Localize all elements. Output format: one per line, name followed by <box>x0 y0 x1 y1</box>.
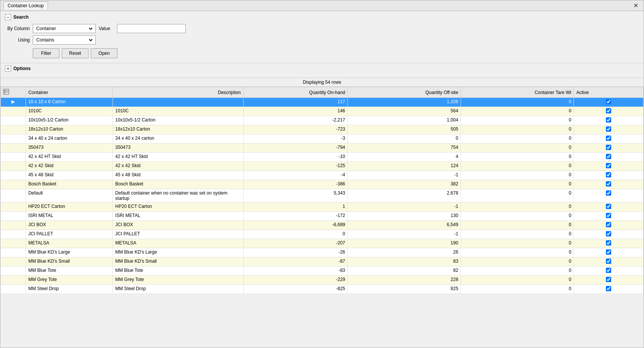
cell-description: MM Steel Drop <box>113 285 243 294</box>
header-qty-offsite[interactable]: Quantity Off-site <box>348 87 461 98</box>
options-section: + Options <box>0 63 644 78</box>
active-checkbox[interactable] <box>606 213 611 218</box>
table-row[interactable]: MM Grey ToteMM Grey Tote-2292280 <box>1 276 644 285</box>
active-checkbox[interactable] <box>606 240 611 246</box>
table-row[interactable]: JCI PALLETJCI PALLET0-10 <box>1 230 644 239</box>
cell-description: MM Grey Tote <box>113 276 243 285</box>
table-row[interactable]: 350473350473-7947540 <box>1 144 644 153</box>
cell-qty-offsite: 82 <box>348 267 461 276</box>
cell-active <box>574 267 644 276</box>
cell-qty-onhand: 117 <box>243 98 348 107</box>
row-indicator <box>1 267 26 276</box>
header-qty-onhand[interactable]: Quantity On-hand <box>243 87 348 98</box>
cell-active <box>574 285 644 294</box>
cell-qty-offsite: 130 <box>348 212 461 221</box>
cell-active <box>574 144 644 153</box>
open-button[interactable]: Open <box>91 48 117 58</box>
using-select[interactable]: Contains Starts With Equals <box>35 37 94 43</box>
cell-active <box>574 125 644 134</box>
table-row[interactable]: 45 x 48 Skid45 x 48 Skid-4-10 <box>1 171 644 180</box>
table-row[interactable]: ▶10 x 10 x 6 Carton1171,3360 <box>1 98 644 107</box>
cell-qty-onhand: -386 <box>243 180 348 189</box>
cell-tare-wt: 0 <box>461 153 574 162</box>
active-checkbox[interactable] <box>606 154 611 159</box>
cell-active <box>574 107 644 116</box>
table-row[interactable]: 42 x 42 Skid42 x 42 Skid-1251240 <box>1 162 644 171</box>
cell-container: 10x10x5-1/2 Carton <box>26 116 113 125</box>
row-indicator <box>1 248 26 257</box>
cell-container: METALSA <box>26 239 113 248</box>
table-row[interactable]: ISRI METALISRI METAL-1721300 <box>1 212 644 221</box>
table-row[interactable]: 10x10x5-1/2 Carton10x10x5-1/2 Carton-2,2… <box>1 116 644 125</box>
active-checkbox[interactable] <box>606 277 611 282</box>
cell-tare-wt: 0 <box>461 125 574 134</box>
active-checkbox[interactable] <box>606 259 611 264</box>
by-column-dropdown[interactable]: Container Description Active <box>33 24 96 33</box>
table-row[interactable]: Bosch BasketBosch Basket-3863820 <box>1 180 644 189</box>
active-checkbox[interactable] <box>606 163 611 168</box>
cell-active <box>574 180 644 189</box>
header-tare-wt[interactable]: Container Tare Wt <box>461 87 574 98</box>
table-row[interactable]: MM Blue KD's LargeMM Blue KD's Large-262… <box>1 248 644 257</box>
active-checkbox[interactable] <box>606 172 611 177</box>
table-row[interactable]: MM Blue ToteMM Blue Tote-83820 <box>1 267 644 276</box>
filter-button[interactable]: Filter <box>33 48 59 58</box>
cell-qty-onhand: -6,689 <box>243 221 348 230</box>
table-container[interactable]: Container Description Quantity On-hand Q… <box>0 87 644 348</box>
cell-description: Default container when no container was … <box>113 189 243 203</box>
cell-active <box>574 230 644 239</box>
active-checkbox[interactable] <box>606 145 611 150</box>
active-checkbox[interactable] <box>606 231 611 236</box>
search-toggle-btn[interactable]: – <box>5 14 11 20</box>
table-row[interactable]: 42 x 42 HT Skid42 x 42 HT Skid-1040 <box>1 153 644 162</box>
table-row[interactable]: JCI BOXJCI BOX-6,6896,5490 <box>1 221 644 230</box>
active-checkbox[interactable] <box>606 222 611 227</box>
cell-container: 18x12x10 Carton <box>26 125 113 134</box>
options-toggle-btn[interactable]: + <box>5 65 11 72</box>
cell-container: ISRI METAL <box>26 212 113 221</box>
active-checkbox[interactable] <box>606 126 611 132</box>
active-checkbox[interactable] <box>606 136 611 141</box>
row-indicator <box>1 239 26 248</box>
active-checkbox[interactable] <box>606 190 611 196</box>
table-row[interactable]: DefaultDefault container when no contain… <box>1 189 644 203</box>
active-checkbox[interactable] <box>606 268 611 273</box>
using-dropdown[interactable]: Contains Starts With Equals <box>33 35 96 45</box>
table-row[interactable]: MM Steel DropMM Steel Drop-8258250 <box>1 285 644 294</box>
active-checkbox[interactable] <box>606 99 611 104</box>
table-row[interactable]: 34 x 40 x 24 carton34 x 40 x 24 carton-3… <box>1 134 644 144</box>
search-section-header[interactable]: – Search <box>5 14 639 20</box>
cell-container: MM Blue Tote <box>26 267 113 276</box>
search-section-title: Search <box>13 14 29 20</box>
value-input[interactable] <box>117 24 186 33</box>
cell-active <box>574 221 644 230</box>
options-section-header[interactable]: + Options <box>5 65 639 72</box>
header-container[interactable]: Container <box>26 87 113 98</box>
cell-qty-onhand: -83 <box>243 267 348 276</box>
table-row[interactable]: HP20 ECT CartonHP20 ECT Carton1-10 <box>1 203 644 212</box>
active-checkbox[interactable] <box>606 108 611 113</box>
active-checkbox[interactable] <box>606 249 611 255</box>
table-row[interactable]: 1010C1010C1465640 <box>1 107 644 116</box>
cell-container: MM Blue KD's Large <box>26 248 113 257</box>
close-button[interactable]: ✕ <box>631 1 641 10</box>
cell-tare-wt: 0 <box>461 239 574 248</box>
by-column-select[interactable]: Container Description Active <box>35 25 94 32</box>
by-column-row: By Column Container Description Active V… <box>5 24 639 33</box>
active-checkbox[interactable] <box>606 204 611 209</box>
cell-tare-wt: 0 <box>461 203 574 212</box>
table-row[interactable]: METALSAMETALSA-2071900 <box>1 239 644 248</box>
cell-qty-offsite: 1,004 <box>348 116 461 125</box>
active-checkbox[interactable] <box>606 117 611 123</box>
cell-qty-onhand: -125 <box>243 162 348 171</box>
active-checkbox[interactable] <box>606 286 611 291</box>
header-description[interactable]: Description <box>113 87 243 98</box>
table-row[interactable]: MM Blue KD's SmallMM Blue KD's Small-878… <box>1 257 644 267</box>
button-row: Filter Reset Open <box>33 48 639 58</box>
header-active[interactable]: Active <box>574 87 644 98</box>
reset-button[interactable]: Reset <box>62 48 88 58</box>
active-checkbox[interactable] <box>606 181 611 187</box>
table-row[interactable]: 18x12x10 Carton18x12x10 Carton-7235050 <box>1 125 644 134</box>
cell-description: JCI PALLET <box>113 230 243 239</box>
row-indicator <box>1 171 26 180</box>
